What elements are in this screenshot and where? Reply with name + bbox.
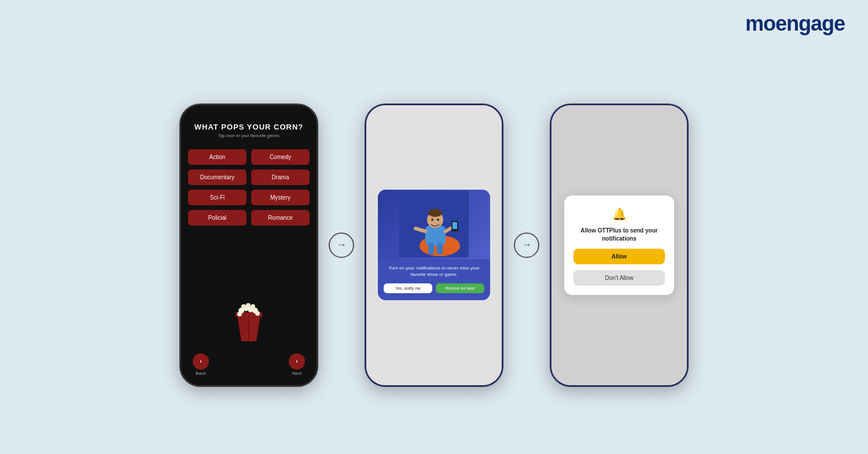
phone1: WHAT POPS YOUR CORN? Tap once on your fa…	[179, 104, 318, 387]
svg-rect-20	[453, 222, 457, 229]
next-label: Next	[292, 371, 301, 376]
notif-buttons: Yes, notify me Remind me later	[384, 283, 484, 293]
genre-mystery[interactable]: Mystery	[251, 190, 310, 205]
svg-point-16	[428, 209, 442, 217]
phone1-wrapper: WHAT POPS YOUR CORN? Tap once on your fa…	[179, 104, 318, 387]
back-label: Back	[196, 371, 206, 376]
svg-point-9	[251, 304, 255, 309]
arrow2: →	[503, 232, 550, 258]
notif-content: Turn on your notifications to never miss…	[378, 259, 490, 300]
remind-later-button[interactable]: Remind me later	[436, 283, 484, 293]
arrow1-circle: →	[329, 232, 354, 258]
system-dialog: 🔔 Allow OTTPlus to send your notificatio…	[564, 195, 674, 295]
genre-policial[interactable]: Policial	[188, 210, 247, 226]
phone3: 🔔 Allow OTTPlus to send your notificatio…	[550, 104, 689, 387]
dont-allow-button[interactable]: Don't Allow	[573, 270, 665, 286]
notif-text: Turn on your notifications to never miss…	[384, 265, 484, 278]
svg-point-10	[237, 312, 242, 316]
phone1-nav: › Back › Next	[188, 353, 310, 376]
genre-grid: Action Comedy Documentary Drama Sci-Fi M…	[188, 149, 310, 226]
phone1-screen: WHAT POPS YOUR CORN? Tap once on your fa…	[181, 105, 317, 385]
genre-documentary[interactable]: Documentary	[188, 169, 247, 185]
genre-comedy[interactable]: Comedy	[251, 149, 310, 165]
back-circle[interactable]: ›	[193, 353, 209, 370]
phone2: Turn on your notifications to never miss…	[365, 104, 503, 387]
next-circle[interactable]: ›	[289, 353, 305, 370]
arrow1: →	[318, 232, 365, 258]
arrow1-icon: →	[336, 239, 347, 251]
notif-image	[378, 190, 490, 259]
genre-romance[interactable]: Romance	[251, 210, 310, 226]
dialog-title: Allow OTTPlus to send your notifications	[573, 227, 665, 243]
svg-point-22	[437, 219, 439, 221]
svg-point-7	[241, 304, 246, 309]
back-button[interactable]: › Back	[193, 353, 209, 376]
arrow2-icon: →	[521, 239, 532, 251]
svg-rect-14	[425, 226, 446, 246]
phone1-title: WHAT POPS YOUR CORN?	[194, 123, 304, 131]
genre-action[interactable]: Action	[188, 149, 247, 165]
svg-rect-24	[437, 243, 443, 254]
phone2-screen: Turn on your notifications to never miss…	[366, 105, 502, 385]
yes-notify-button[interactable]: Yes, notify me	[384, 283, 432, 293]
main-content: WHAT POPS YOUR CORN? Tap once on your fa…	[0, 36, 868, 454]
phone3-wrapper: 🔔 Allow OTTPlus to send your notificatio…	[550, 104, 689, 387]
svg-point-11	[255, 311, 260, 316]
popcorn-illustration	[229, 298, 269, 344]
next-button[interactable]: › Next	[289, 353, 305, 376]
svg-point-21	[431, 219, 433, 221]
notification-card: Turn on your notifications to never miss…	[378, 190, 490, 300]
allow-button[interactable]: Allow	[573, 249, 665, 264]
genre-drama[interactable]: Drama	[251, 169, 310, 185]
svg-rect-23	[428, 243, 434, 254]
phone2-wrapper: Turn on your notifications to never miss…	[365, 104, 503, 387]
moengage-logo: moengage	[745, 12, 845, 36]
genre-scifi[interactable]: Sci-Fi	[188, 190, 247, 205]
svg-point-8	[246, 303, 251, 308]
phone3-screen: 🔔 Allow OTTPlus to send your notificatio…	[551, 105, 687, 385]
bell-icon: 🔔	[612, 207, 627, 221]
arrow2-circle: →	[514, 232, 539, 258]
phone1-subtitle: Tap once on your favourite genres	[218, 134, 279, 138]
